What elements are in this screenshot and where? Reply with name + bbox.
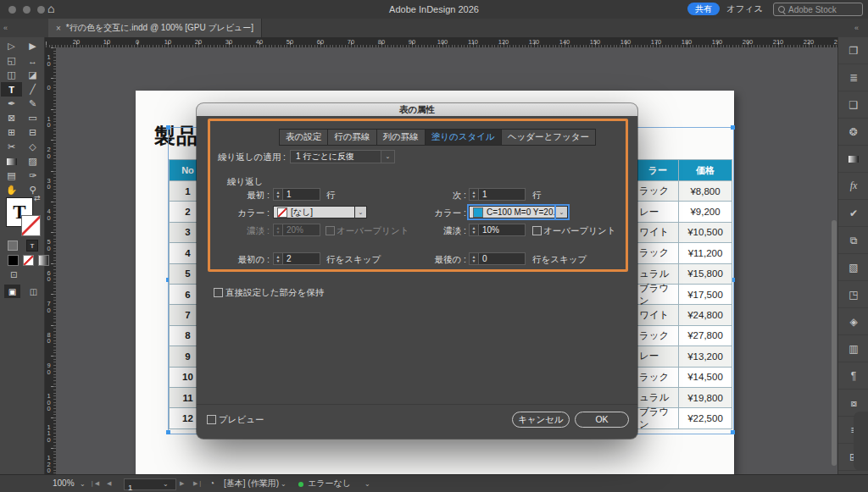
selection-handle[interactable] <box>166 125 170 130</box>
effects-icon[interactable]: fx <box>838 173 868 200</box>
dialog-tab-ヘッダーとフッター[interactable]: ヘッダーとフッター <box>501 129 596 146</box>
close-tab-icon[interactable]: × <box>56 24 61 33</box>
dialog-tab-列の罫線[interactable]: 列の罫線 <box>376 129 426 146</box>
note-tool[interactable]: ▤ <box>1 169 22 183</box>
stepper-icon[interactable]: ▲▼ <box>469 252 478 265</box>
ok-button[interactable]: OK <box>575 412 629 428</box>
hand-tool[interactable]: ✋ <box>1 183 22 197</box>
preview-checkbox[interactable] <box>207 415 216 424</box>
direct-selection-tool[interactable]: ▶ <box>22 39 43 53</box>
gap-tool[interactable]: ↔ <box>22 53 43 68</box>
links-icon[interactable]: ⧉ <box>838 227 868 254</box>
screen-mode-preview-button[interactable]: ◫ <box>25 285 42 298</box>
content-placer-tool[interactable]: ◪ <box>22 68 43 82</box>
first-page-button[interactable]: ❘◀ <box>90 475 99 492</box>
screen-mode-normal-button[interactable]: ▣ <box>4 285 20 298</box>
stepper-icon[interactable]: ▲▼ <box>469 188 478 201</box>
alternating-pattern-select[interactable]: 1 行ごとに反復 ⌄ <box>290 150 395 163</box>
dialog-tab-行の罫線[interactable]: 行の罫線 <box>327 129 376 146</box>
dialog-tab-塗りのスタイル[interactable]: 塗りのスタイル <box>425 129 502 146</box>
page-chevron-down-icon[interactable]: ⌄ <box>163 476 169 492</box>
horizontal-grid-tool[interactable]: ⊞ <box>1 125 22 140</box>
stroke-proxy[interactable] <box>21 215 41 236</box>
cancel-button[interactable]: キャンセル <box>512 412 570 428</box>
stepper-icon[interactable]: ▲▼ <box>469 224 478 236</box>
stepper-icon[interactable]: ▲▼ <box>273 188 282 201</box>
text-wrap-icon[interactable]: ¶ <box>838 362 868 390</box>
workspace-chevron-down-icon[interactable]: ⌄ <box>758 6 764 14</box>
preflight-icon[interactable]: ✔ <box>838 200 868 227</box>
content-collector-tool[interactable]: ◫ <box>1 68 22 82</box>
zoom-level[interactable]: 100% <box>53 475 75 492</box>
next-color-select[interactable]: C=100 M=0 Y=20... ⌄ <box>469 206 568 218</box>
skip-first-value[interactable]: 2 <box>282 252 320 265</box>
formatting-affects-container-icon[interactable] <box>8 240 18 251</box>
preflight-chevron-down-icon[interactable]: ⌄ <box>281 476 287 492</box>
vertical-scrollbar-thumb[interactable] <box>832 220 837 466</box>
align-icon[interactable]: ▥ <box>838 335 868 362</box>
selection-tool[interactable]: ▷ <box>1 39 22 53</box>
zoom-chevron-down-icon[interactable]: ⌄ <box>80 476 86 492</box>
skip-last-input[interactable]: ▲▼ 0 <box>469 252 526 265</box>
properties-icon[interactable]: ≣ <box>838 64 868 91</box>
collapse-right-icon[interactable]: « <box>854 24 859 32</box>
color-chevron-down-icon[interactable]: ⌄ <box>355 206 367 218</box>
pencil-tool[interactable]: ✎ <box>22 97 43 111</box>
free-transform-tool[interactable]: ◇ <box>22 140 43 154</box>
stepper-icon[interactable]: ▲▼ <box>273 252 282 265</box>
next-overprint-checkbox[interactable] <box>532 226 542 235</box>
document-tab[interactable]: × *行の色を交互に.indd @ 100% [GPU プレビュー] <box>48 19 262 37</box>
object-styles-icon[interactable]: ◳ <box>838 281 868 308</box>
line-tool[interactable]: ╱ <box>22 82 43 97</box>
page-tool[interactable]: ◱ <box>1 53 22 68</box>
rectangle-tool[interactable]: ▭ <box>22 111 43 125</box>
collapse-left-icon[interactable]: « <box>3 24 8 32</box>
selection-handle[interactable] <box>166 430 170 434</box>
next-rows-input[interactable]: ▲▼ 1 <box>469 188 526 201</box>
view-options-icon[interactable]: ⊡ <box>10 270 17 279</box>
first-tint-input: ▲▼ 20% <box>273 224 320 236</box>
first-rows-value[interactable]: 1 <box>282 188 320 201</box>
cc-libraries-icon[interactable]: ❐ <box>838 37 868 64</box>
dialog-tab-表の設定[interactable]: 表の設定 <box>279 129 328 146</box>
last-page-button[interactable]: ▶❘ <box>193 475 203 492</box>
dialog-titlebar[interactable]: 表の属性 <box>197 103 637 116</box>
rectangle-frame-tool[interactable]: ⊠ <box>1 111 22 125</box>
formatting-affects-text-icon[interactable]: T <box>26 240 38 252</box>
apply-gradient-button[interactable] <box>38 255 49 266</box>
preflight-profile[interactable]: [基本] (作業用) <box>224 475 279 492</box>
swatches-icon[interactable]: ❂ <box>838 119 868 146</box>
gradient-feather-tool[interactable]: ▨ <box>22 154 43 169</box>
type-tool[interactable]: T <box>1 82 22 97</box>
apply-color-button[interactable] <box>8 255 19 266</box>
next-rows-value[interactable]: 1 <box>478 188 526 201</box>
preserve-local-formatting-checkbox[interactable] <box>214 288 223 297</box>
selection-handle[interactable] <box>731 430 735 434</box>
next-page-button[interactable]: ▶ <box>180 475 184 492</box>
first-color-select[interactable]: [なし] ⌄ <box>273 206 367 218</box>
selection-handle[interactable] <box>731 125 735 130</box>
gradient-tool[interactable] <box>1 154 22 169</box>
gradient-icon[interactable] <box>838 146 868 173</box>
eyedropper-tool[interactable]: ✑ <box>22 169 43 183</box>
vertical-grid-tool[interactable]: ⊟ <box>22 125 43 140</box>
background-tasks-icon[interactable]: ◔ <box>209 475 214 492</box>
first-rows-input[interactable]: ▲▼ 1 <box>273 188 320 201</box>
skip-first-input[interactable]: ▲▼ 2 <box>273 252 320 265</box>
swap-fill-stroke-icon[interactable]: ⇄ <box>34 194 41 202</box>
image-frame-icon[interactable]: ▧ <box>838 254 868 281</box>
skip-last-value[interactable]: 0 <box>478 252 526 265</box>
next-tint-value[interactable]: 10% <box>478 224 526 236</box>
next-tint-input[interactable]: ▲▼ 10% <box>469 224 526 236</box>
previous-page-button[interactable]: ◀ <box>107 475 111 492</box>
apply-none-button[interactable] <box>23 255 34 266</box>
layers-icon[interactable]: ◈ <box>838 308 868 335</box>
pen-tool[interactable]: ✒ <box>1 97 22 111</box>
scissors-tool[interactable]: ✂ <box>1 140 22 154</box>
pages-icon[interactable]: ❑ <box>838 91 868 119</box>
adobe-stock-search[interactable]: Adobe Stock <box>773 3 863 16</box>
error-chevron-down-icon[interactable]: ⌄ <box>364 476 370 492</box>
panel-drawer[interactable] <box>854 412 868 471</box>
color-chevron-down-icon[interactable]: ⌄ <box>556 206 568 218</box>
share-button[interactable]: 共有 <box>687 3 720 15</box>
